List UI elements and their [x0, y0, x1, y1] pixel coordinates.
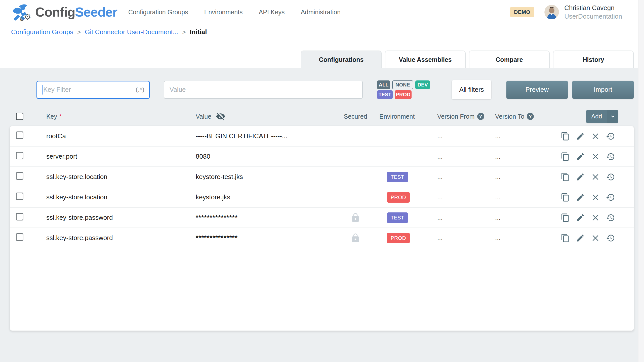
copy-icon[interactable]: [561, 132, 570, 141]
table-header: Key* Value Secured Environment Version F…: [10, 109, 634, 124]
select-all-checkbox[interactable]: [16, 113, 23, 120]
delete-icon[interactable]: [591, 234, 600, 243]
copy-icon[interactable]: [561, 213, 570, 222]
tab-configurations[interactable]: Configurations: [301, 51, 382, 68]
top-bar: ⚙ ⚙ ConfigSeeder Configuration Groups En…: [0, 0, 638, 24]
breadcrumb-configuration-groups[interactable]: Configuration Groups: [11, 28, 73, 36]
history-icon[interactable]: [606, 172, 615, 182]
nav-administration[interactable]: Administration: [301, 9, 340, 16]
filter-bar: (.*) ALL NONE DEV TEST PROD All filters …: [36, 80, 634, 99]
all-filters-button[interactable]: All filters: [452, 80, 491, 99]
row-checkbox[interactable]: [16, 233, 23, 241]
scrollbar[interactable]: [638, 0, 644, 362]
visibility-off-icon[interactable]: [216, 112, 225, 121]
tab-history[interactable]: History: [553, 51, 634, 68]
delete-icon[interactable]: [591, 132, 600, 141]
copy-icon[interactable]: [561, 152, 570, 161]
config-key: ssl.key-store.password: [46, 214, 196, 221]
column-header-value: Value: [196, 112, 332, 121]
text-cursor: [42, 85, 43, 95]
edit-icon[interactable]: [576, 234, 585, 243]
nav-configuration-groups[interactable]: Configuration Groups: [128, 9, 188, 16]
key-filter-input[interactable]: [43, 86, 144, 94]
nav-environments[interactable]: Environments: [204, 9, 243, 16]
config-value: ***************: [196, 234, 332, 242]
row-checkbox[interactable]: [16, 193, 23, 200]
history-icon[interactable]: [606, 213, 615, 222]
key-filter-field[interactable]: (.*): [36, 81, 150, 99]
filter-badge-none[interactable]: NONE: [392, 80, 413, 89]
lock-icon: [350, 233, 360, 243]
configurations-table: rootCa -----BEGIN CERTIFICATE-----... ..…: [10, 126, 634, 331]
tab-compare[interactable]: Compare: [469, 51, 550, 68]
delete-icon[interactable]: [591, 172, 600, 182]
app-logo[interactable]: ⚙ ⚙ ConfigSeeder: [11, 3, 117, 21]
copy-icon[interactable]: [561, 172, 570, 182]
demo-badge: DEMO: [510, 7, 534, 17]
add-button[interactable]: Add: [586, 110, 618, 123]
version-from-value: ...: [437, 214, 495, 221]
header-right: DEMO Christian Cavegn UserDocumentation: [510, 4, 622, 21]
help-icon[interactable]: ?: [477, 113, 484, 120]
lock-icon: [350, 213, 360, 223]
row-checkbox[interactable]: [16, 172, 23, 180]
version-to-value: ...: [495, 153, 553, 160]
filter-badge-dev[interactable]: DEV: [415, 80, 430, 89]
tab-value-assemblies[interactable]: Value Assemblies: [385, 51, 466, 68]
row-checkbox[interactable]: [16, 213, 23, 220]
environment-badge: TEST: [387, 212, 408, 223]
config-value: keystore.jks: [196, 193, 332, 201]
help-icon[interactable]: ?: [527, 113, 534, 120]
tab-bar: Configurations Value Assemblies Compare …: [301, 51, 634, 68]
config-value: 8080: [196, 153, 332, 160]
user-name: Christian Cavegn: [564, 4, 622, 12]
nav-api-keys[interactable]: API Keys: [259, 9, 285, 16]
breadcrumb-current: Initial: [190, 28, 207, 36]
copy-icon[interactable]: [561, 234, 570, 243]
environment-badge: PROD: [387, 233, 410, 243]
delete-icon[interactable]: [591, 213, 600, 222]
chevron-down-icon[interactable]: [607, 110, 618, 123]
config-key: rootCa: [46, 132, 196, 140]
column-header-secured: Secured: [332, 113, 379, 120]
history-icon[interactable]: [606, 234, 615, 243]
user-info[interactable]: Christian Cavegn UserDocumentation: [564, 4, 622, 21]
config-value: keystore-test.jks: [196, 173, 332, 181]
edit-icon[interactable]: [576, 132, 585, 141]
edit-icon[interactable]: [576, 152, 585, 161]
version-to-value: ...: [495, 214, 553, 221]
filter-badge-test[interactable]: TEST: [377, 90, 393, 99]
config-key: ssl.key-store.location: [46, 173, 196, 181]
table-row: server.port 8080 ... ...: [10, 147, 634, 167]
preview-button[interactable]: Preview: [506, 81, 568, 99]
gear-icon: ⚙: [19, 17, 24, 22]
column-header-environment: Environment: [379, 113, 437, 120]
config-key: ssl.key-store.password: [46, 234, 196, 242]
breadcrumb-configuration-group[interactable]: Git Connector User-Document...: [85, 28, 178, 36]
filter-badge-all[interactable]: ALL: [377, 80, 390, 89]
history-icon[interactable]: [606, 132, 615, 141]
version-to-value: ...: [495, 234, 553, 242]
config-value: -----BEGIN CERTIFICATE-----...: [196, 132, 332, 140]
required-asterisk: *: [59, 113, 62, 120]
import-button[interactable]: Import: [572, 81, 634, 99]
column-header-key: Key*: [46, 113, 196, 120]
user-avatar[interactable]: [544, 5, 559, 19]
history-icon[interactable]: [606, 193, 615, 202]
delete-icon[interactable]: [591, 152, 600, 161]
add-button-label[interactable]: Add: [586, 110, 607, 123]
copy-icon[interactable]: [561, 193, 570, 202]
history-icon[interactable]: [606, 152, 615, 161]
edit-icon[interactable]: [576, 193, 585, 202]
row-checkbox[interactable]: [16, 152, 23, 159]
filter-badge-prod[interactable]: PROD: [395, 90, 412, 99]
table-row: ssl.key-store.location keystore.jks PROD…: [10, 187, 634, 208]
value-filter-input[interactable]: [164, 81, 363, 99]
edit-icon[interactable]: [576, 172, 585, 182]
breadcrumb: Configuration Groups > Git Connector Use…: [0, 24, 638, 36]
delete-icon[interactable]: [591, 193, 600, 202]
edit-icon[interactable]: [576, 213, 585, 222]
table-row: ssl.key-store.location keystore-test.jks…: [10, 167, 634, 187]
column-header-version-from: Version From?: [437, 113, 495, 120]
row-checkbox[interactable]: [16, 131, 23, 139]
